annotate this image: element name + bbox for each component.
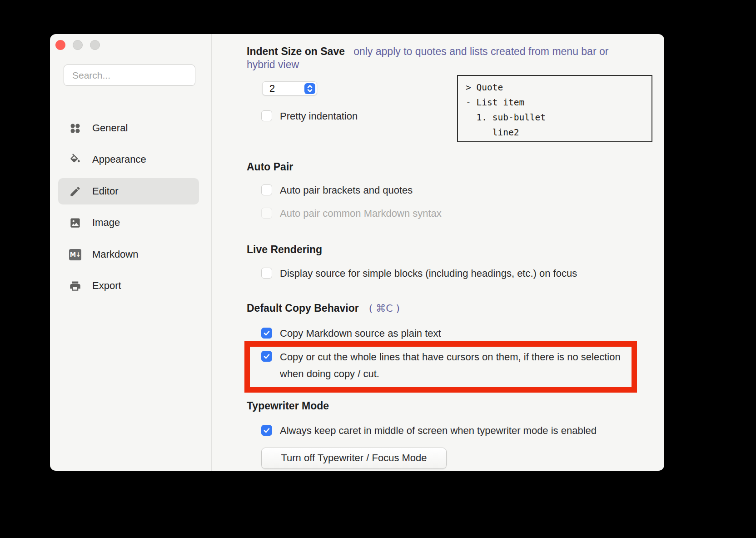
live-rendering-header: Live Rendering	[247, 244, 322, 256]
sidebar-item-markdown[interactable]: M↓ Markdown	[58, 241, 199, 268]
indent-size-header: Indent Size on Save only apply to quotes…	[247, 45, 637, 71]
red-highlight-annotation: Copy or cut the whole lines that have cu…	[244, 341, 637, 393]
sidebar-item-image[interactable]: Image	[58, 209, 199, 236]
display-source-row[interactable]: Display source for simple blocks (includ…	[261, 268, 637, 279]
sidebar-item-label: Markdown	[92, 249, 138, 260]
sidebar-item-appearance[interactable]: Appearance	[58, 146, 199, 173]
printer-icon	[69, 280, 81, 292]
photo-icon	[69, 217, 81, 229]
pretty-indentation-checkbox[interactable]	[261, 110, 272, 121]
paint-bucket-icon	[69, 154, 81, 166]
sidebar-divider	[211, 34, 212, 471]
minimize-button[interactable]	[73, 40, 83, 50]
sidebar-item-label: Image	[92, 217, 120, 229]
grid-dots-icon	[69, 122, 81, 134]
screenshot-stage: General Appearance Editor Image M↓ Markd…	[0, 0, 756, 538]
zoom-button[interactable]	[90, 40, 100, 50]
search-input[interactable]	[64, 65, 195, 86]
sidebar-item-editor[interactable]: Editor	[58, 178, 199, 204]
checkbox-label: Always keep caret in middle of screen wh…	[280, 425, 597, 436]
section-title: Indent Size on Save	[247, 45, 345, 57]
sidebar-item-label: Appearance	[92, 154, 146, 165]
turn-off-typewriter-button[interactable]: Turn off Typewriter / Focus Mode	[261, 448, 447, 469]
auto-pair-header: Auto Pair	[247, 161, 293, 173]
sidebar-item-general[interactable]: General	[58, 115, 199, 141]
keep-caret-checkbox[interactable]	[261, 425, 272, 436]
display-source-checkbox[interactable]	[261, 268, 272, 279]
copy-whole-lines-row[interactable]: Copy or cut the whole lines that have cu…	[261, 351, 622, 382]
indent-preview-box: > Quote - List item 1. sub-bullet line2	[457, 75, 652, 142]
sidebar-item-label: Editor	[92, 185, 118, 197]
sidebar-item-label: General	[92, 122, 128, 134]
indent-size-select[interactable]: 2	[262, 81, 317, 95]
auto-pair-brackets-checkbox[interactable]	[261, 184, 272, 195]
stepper-icon	[304, 83, 315, 94]
preview-line: - List item	[466, 95, 652, 110]
checkbox-label: Copy or cut the whole lines that have cu…	[280, 349, 622, 382]
auto-pair-brackets-row[interactable]: Auto pair brackets and quotes	[261, 184, 637, 196]
select-value: 2	[269, 83, 304, 95]
sidebar-item-export[interactable]: Export	[58, 273, 199, 299]
checkbox-label: Auto pair common Markdown syntax	[280, 208, 442, 219]
shortcut-hint: ( ⌘C )	[369, 303, 400, 314]
keep-caret-row[interactable]: Always keep caret in middle of screen wh…	[261, 425, 637, 436]
preferences-window: General Appearance Editor Image M↓ Markd…	[50, 34, 664, 471]
checkbox-label: Auto pair brackets and quotes	[280, 184, 413, 196]
copy-source-row[interactable]: Copy Markdown source as plain text	[261, 328, 637, 339]
copy-source-checkbox[interactable]	[261, 328, 272, 339]
copy-behavior-header: Default Copy Behavior( ⌘C )	[247, 302, 400, 314]
pencil-icon	[69, 185, 81, 198]
checkbox-label: Pretty indentation	[280, 110, 358, 122]
preview-line: > Quote	[466, 80, 652, 95]
copy-whole-lines-checkbox[interactable]	[261, 351, 272, 362]
preview-line: line2	[466, 125, 652, 140]
auto-pair-markdown-row: Auto pair common Markdown syntax	[261, 208, 637, 219]
pretty-indentation-row[interactable]: Pretty indentation	[261, 110, 637, 122]
auto-pair-markdown-checkbox	[261, 208, 272, 219]
sidebar-item-label: Export	[92, 280, 121, 292]
typewriter-header: Typewriter Mode	[247, 400, 329, 412]
close-button[interactable]	[55, 40, 65, 50]
section-title: Default Copy Behavior	[247, 302, 359, 314]
checkbox-label: Display source for simple blocks (includ…	[280, 268, 577, 279]
checkbox-label: Copy Markdown source as plain text	[280, 328, 441, 339]
markdown-badge-icon: M↓	[69, 249, 81, 261]
